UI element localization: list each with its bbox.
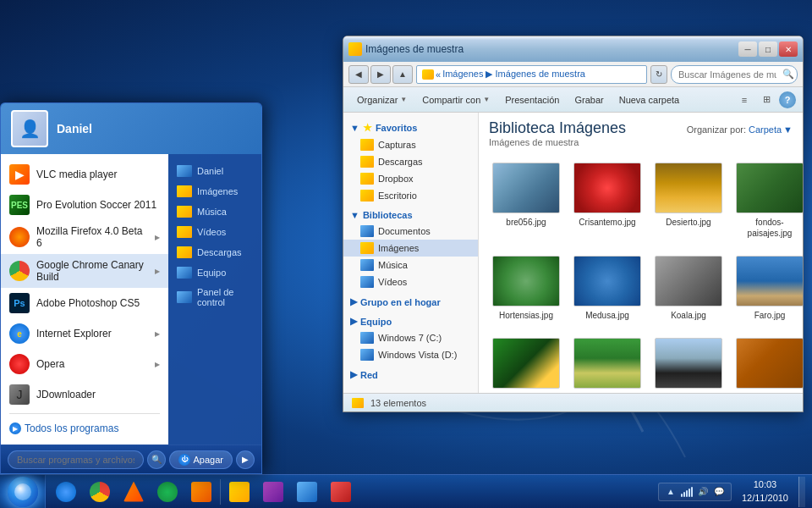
- filename-hortensias: Hortensias.jpg: [499, 310, 553, 321]
- menu-right-descargas[interactable]: Descargas: [168, 242, 261, 262]
- menu-right-daniel[interactable]: Daniel: [168, 161, 261, 181]
- up-button[interactable]: ▲: [392, 65, 413, 84]
- taskbar-item-folder2[interactable]: [290, 477, 324, 507]
- nueva-carpeta-button[interactable]: Nueva carpeta: [612, 91, 687, 109]
- view-details-button[interactable]: ≡: [735, 91, 754, 109]
- vista-label: Windows Vista (D:): [378, 350, 457, 360]
- menu-item-ie[interactable]: e Internet Explorer: [1, 318, 168, 349]
- thumb-paisajes: [573, 338, 641, 389]
- menu-item-opera[interactable]: Opera: [1, 349, 168, 379]
- grabar-button[interactable]: Grabar: [568, 91, 610, 109]
- tray-volume-icon[interactable]: 🔊: [696, 485, 710, 499]
- start-button[interactable]: [0, 475, 46, 509]
- menu-item-jdownloader[interactable]: J JDownloader: [1, 379, 168, 410]
- tray-expand-icon[interactable]: ▲: [664, 485, 678, 499]
- file-item-crisantemo[interactable]: Crisantemo.jpg: [570, 157, 645, 244]
- taskbar-item-spotify[interactable]: [151, 477, 184, 507]
- sidebar-item-descargas[interactable]: Descargas: [343, 153, 478, 170]
- menu-right-panel[interactable]: Panel de control: [168, 283, 261, 312]
- explorer-search-input[interactable]: [671, 65, 798, 84]
- panel-title: Biblioteca Imágenes: [489, 119, 626, 137]
- sidebar-item-dropbox[interactable]: Dropbox: [343, 170, 478, 187]
- organize-arrow: ▼: [783, 124, 793, 135]
- help-button[interactable]: ?: [779, 91, 796, 108]
- menu-item-chrome[interactable]: Google Chrome Canary Build: [1, 254, 168, 288]
- taskbar-folder2-icon: [297, 482, 317, 502]
- sidebar-item-capturas[interactable]: Capturas: [343, 136, 478, 153]
- power-button[interactable]: ⏻ Apagar: [169, 450, 233, 469]
- menu-right-videos[interactable]: Vídeos: [168, 222, 261, 242]
- explorer-content: ▼ ★ Favoritos Capturas Descargas Dr: [343, 113, 803, 393]
- view-icons-button[interactable]: ⊞: [757, 91, 776, 109]
- search-button[interactable]: 🔍: [782, 69, 794, 80]
- sidebar-item-videos[interactable]: Vídeos: [343, 273, 478, 290]
- sidebar-item-win7[interactable]: Windows 7 (C:): [343, 329, 478, 346]
- taskbar-item-media[interactable]: [256, 477, 290, 507]
- minimize-button[interactable]: ─: [738, 41, 757, 57]
- win7-drive-icon: [360, 332, 374, 344]
- file-item-faro[interactable]: Faro.jpg: [732, 251, 803, 326]
- presentacion-button[interactable]: Presentación: [498, 91, 566, 109]
- refresh-button[interactable]: ↻: [650, 65, 667, 84]
- start-menu-left: ▶ VLC media player PES Pro Evolution Soc…: [1, 154, 168, 444]
- file-item-pinguinos[interactable]: Pingüinos.jpg: [651, 333, 726, 393]
- sidebar-item-documentos[interactable]: Documentos: [343, 223, 478, 240]
- sidebar-item-imagenes[interactable]: Imágenes: [343, 240, 478, 257]
- equipo-sidebar-label: Equipo: [360, 317, 392, 327]
- maximize-button[interactable]: □: [759, 41, 777, 57]
- menu-item-ps[interactable]: Ps Adobe Photoshop CS5: [1, 288, 168, 318]
- taskbar-item-folder1[interactable]: [222, 477, 256, 507]
- address-path: «: [436, 69, 441, 80]
- sidebar-item-musica[interactable]: Música: [343, 257, 478, 273]
- equipo-header[interactable]: ▶ Equipo: [343, 313, 478, 329]
- back-button[interactable]: ◀: [348, 65, 369, 84]
- clock-date: 12/11/2010: [742, 492, 788, 505]
- menu-item-pes[interactable]: PES Pro Evolution Soccer 2011: [1, 190, 168, 220]
- taskbar-item-grid[interactable]: [324, 477, 358, 507]
- show-desktop-button[interactable]: [798, 477, 805, 507]
- menu-right-equipo[interactable]: Equipo: [168, 262, 261, 283]
- file-item-fondos[interactable]: fondos-paisajes.jpg: [732, 157, 803, 244]
- descargas-sidebar-label: Descargas: [378, 157, 423, 167]
- power-arrow-button[interactable]: ▶: [236, 450, 255, 469]
- favoritos-star: ★: [363, 122, 372, 134]
- tray-action-center-icon[interactable]: 💬: [712, 485, 726, 499]
- menu-right-label-equipo: Equipo: [197, 268, 226, 278]
- file-item-hortensias[interactable]: Hortensias.jpg: [489, 251, 563, 326]
- sidebar-item-escritorio[interactable]: Escritorio: [343, 187, 478, 204]
- all-programs[interactable]: ▶ Todos los programas: [1, 417, 168, 439]
- start-search-button[interactable]: 🔍: [147, 450, 166, 469]
- file-item-desierto[interactable]: Desierto.jpg: [651, 157, 726, 244]
- start-search-input[interactable]: [8, 450, 144, 469]
- file-item-medusa[interactable]: Medusa.jpg: [570, 251, 645, 326]
- file-item-tanzania[interactable]: tanzania-1098.jpg: [732, 333, 803, 393]
- bar3: [686, 490, 688, 497]
- menu-item-firefox[interactable]: Mozilla Firefox 4.0 Beta 6: [1, 220, 168, 254]
- grupo-header[interactable]: ▶ Grupo en el hogar: [343, 294, 478, 310]
- menu-item-vlc[interactable]: ▶ VLC media player: [1, 159, 168, 190]
- tray-network-icon[interactable]: [680, 485, 694, 499]
- taskbar-item-chrome[interactable]: [83, 477, 117, 507]
- bibliotecas-header[interactable]: ▼ Bibliotecas: [343, 207, 478, 223]
- sidebar-section-bibliotecas: ▼ Bibliotecas Documentos Imágenes Música: [343, 207, 478, 290]
- file-item-paisajes[interactable]: paisajes.jpg: [570, 333, 645, 393]
- sidebar-item-vista[interactable]: Windows Vista (D:): [343, 346, 478, 363]
- file-item-paisajes3[interactable]: Los paisajes geomorfologicos_Picture3.jp…: [489, 333, 563, 393]
- taskbar-item-paint[interactable]: [184, 477, 218, 507]
- compartir-button[interactable]: Compartir con ▼: [415, 91, 497, 109]
- organize-by-value[interactable]: Carpeta ▼: [749, 124, 793, 135]
- organizar-button[interactable]: Organizar ▼: [350, 91, 414, 109]
- taskbar-item-ie[interactable]: [49, 477, 83, 507]
- forward-button[interactable]: ▶: [370, 65, 391, 84]
- address-input[interactable]: « Imágenes ▶ Imágenes de muestra: [416, 65, 647, 84]
- close-button[interactable]: ✕: [779, 41, 798, 57]
- taskbar-media-icon: [263, 482, 283, 502]
- favoritos-header[interactable]: ▼ ★ Favoritos: [343, 119, 478, 136]
- clock-area[interactable]: 10:03 12/11/2010: [735, 478, 795, 505]
- red-header[interactable]: ▶ Red: [343, 367, 478, 383]
- menu-right-musica[interactable]: Música: [168, 202, 261, 222]
- taskbar-item-vlc[interactable]: [117, 477, 151, 507]
- menu-right-imagenes[interactable]: Imágenes: [168, 181, 261, 202]
- file-item-koala[interactable]: Koala.jpg: [651, 251, 726, 326]
- file-item-bre056[interactable]: bre056.jpg: [489, 157, 563, 244]
